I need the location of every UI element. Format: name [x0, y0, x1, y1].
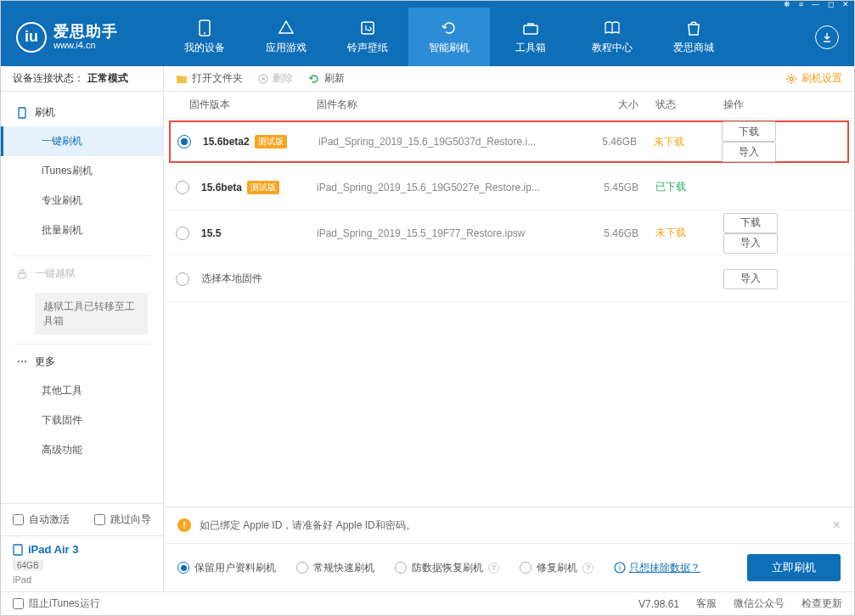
open-folder-button[interactable]: 打开文件夹 [176, 71, 243, 86]
flash-option[interactable]: 修复刷机? [520, 561, 593, 575]
folder-icon [176, 74, 188, 84]
import-button[interactable]: 导入 [723, 233, 778, 254]
firmware-name: iPad_Spring_2019_15.6_19G5027e_Restore.i… [317, 182, 571, 193]
svg-rect-3 [524, 25, 537, 34]
radio-button[interactable] [176, 272, 189, 286]
sidebar-item-download[interactable]: 下载固件 [1, 406, 163, 435]
firmware-row[interactable]: 15.5 iPad_Spring_2019_15.5_19F77_Restore… [164, 210, 854, 256]
firmware-name: iPad_Spring_2019_15.6_19G5037d_Restore.i… [318, 136, 569, 148]
phone-icon [195, 19, 214, 37]
status-badge: 未下载 [655, 227, 686, 238]
sidebar-flash-header[interactable]: 刷机 [1, 98, 163, 126]
svg-rect-9 [14, 545, 22, 555]
radio-button[interactable] [177, 135, 191, 148]
refresh-icon [308, 73, 320, 85]
help-icon[interactable]: ? [582, 563, 593, 574]
flash-settings-button[interactable]: 刷机设置 [785, 71, 842, 86]
radio-icon [296, 562, 308, 574]
refresh-button[interactable]: 刷新 [308, 71, 345, 86]
erase-link[interactable]: 只想抹除数据？ [629, 561, 700, 575]
sidebar-item-itunes[interactable]: iTunes刷机 [1, 156, 163, 186]
firmware-size: 5.45GB [571, 182, 638, 193]
sidebar-item-oneclick[interactable]: 一键刷机 [1, 126, 163, 156]
sidebar-more-header[interactable]: 更多 [1, 348, 163, 376]
radio-button[interactable] [176, 181, 189, 194]
sidebar-jailbreak-header: 一键越狱 [1, 260, 163, 288]
close-icon[interactable]: ✕ [842, 0, 849, 8]
radio-icon [177, 562, 189, 574]
warning-icon: ! [177, 518, 191, 532]
nav-store[interactable]: 爱思商城 [653, 8, 734, 66]
import-button[interactable]: 导入 [722, 142, 776, 162]
help-icon[interactable]: ? [488, 563, 499, 574]
beta-tag: 测试版 [247, 181, 279, 194]
toolbox-icon [521, 19, 540, 37]
refresh-icon [440, 19, 458, 37]
delete-icon [258, 74, 268, 84]
wechat-link[interactable]: 微信公众号 [734, 596, 785, 611]
radio-icon [395, 562, 407, 574]
svg-text:i: i [619, 563, 621, 572]
nav-my-device[interactable]: 我的设备 [164, 8, 245, 66]
delete-button[interactable]: 删除 [258, 71, 293, 86]
more-icon [16, 356, 28, 367]
flash-options-row: 保留用户资料刷机常规快速刷机防数据恢复刷机?修复刷机? i 只想抹除数据？ 立即… [164, 544, 854, 591]
close-warning-button[interactable]: × [833, 518, 841, 533]
import-button[interactable]: 导入 [723, 269, 778, 289]
firmware-list: 15.6beta2测试版 iPad_Spring_2019_15.6_19G50… [164, 119, 854, 302]
flash-option[interactable]: 常规快速刷机 [296, 561, 374, 575]
bag-icon [684, 19, 703, 37]
col-version: 固件版本 [189, 98, 317, 112]
check-update-link[interactable]: 检查更新 [802, 596, 842, 611]
logo-icon: iu [16, 22, 47, 53]
lock-icon [16, 268, 28, 280]
firmware-row[interactable]: 选择本地固件 导入 [164, 256, 854, 302]
auto-activate-checkbox[interactable] [13, 514, 24, 525]
sidebar-item-other[interactable]: 其他工具 [1, 376, 163, 406]
firmware-name: iPad_Spring_2019_15.5_19F77_Restore.ipsw [317, 227, 571, 239]
skip-guide-checkbox[interactable] [94, 514, 105, 525]
download-button[interactable] [815, 25, 839, 49]
flash-option[interactable]: 保留用户资料刷机 [177, 561, 276, 575]
col-status: 状态 [638, 98, 706, 112]
firmware-size: 5.46GB [569, 136, 637, 148]
svg-rect-2 [362, 22, 374, 34]
col-ops: 操作 [706, 98, 842, 112]
top-nav: 我的设备 应用游戏 铃声壁纸 智能刷机 工具箱 教程中心 爱思商城 [164, 8, 815, 66]
svg-rect-4 [19, 108, 25, 118]
sidebar: 设备连接状态： 正常模式 刷机 一键刷机 iTunes刷机 专业刷机 批量刷机 … [1, 66, 164, 591]
footer: 阻止iTunes运行 V7.98.61 客服 微信公众号 检查更新 [1, 591, 854, 615]
flash-now-button[interactable]: 立即刷机 [747, 554, 841, 581]
flash-option[interactable]: 防数据恢复刷机? [395, 561, 499, 575]
logo: iu 爱思助手 www.i4.cn [1, 22, 164, 53]
svg-point-1 [204, 32, 205, 34]
nav-apps[interactable]: 应用游戏 [245, 8, 327, 66]
svg-point-11 [790, 77, 793, 81]
maximize-icon[interactable]: ◻ [828, 0, 834, 8]
version-label: V7.98.61 [638, 598, 679, 610]
radio-button[interactable] [176, 227, 189, 240]
sidebar-item-batch[interactable]: 批量刷机 [1, 216, 163, 245]
device-type: iPad [13, 574, 151, 585]
firmware-row[interactable]: 15.6beta2测试版 iPad_Spring_2019_15.6_19G50… [169, 120, 849, 163]
bottom-panel: ! 如已绑定 Apple ID，请准备好 Apple ID和密码。 × 保留用户… [164, 507, 854, 591]
storage-badge: 64GB [13, 560, 43, 571]
download-button[interactable]: 下载 [723, 213, 778, 233]
local-firmware-label: 选择本地固件 [189, 272, 706, 286]
support-link[interactable]: 客服 [696, 596, 717, 611]
media-icon [358, 19, 377, 37]
warning-row: ! 如已绑定 Apple ID，请准备好 Apple ID和密码。 × [164, 507, 854, 544]
firmware-row[interactable]: 15.6beta测试版 iPad_Spring_2019_15.6_19G502… [164, 165, 854, 210]
sidebar-item-advanced[interactable]: 高级功能 [1, 435, 163, 465]
status-badge: 已下载 [655, 181, 686, 193]
firmware-size: 5.46GB [571, 227, 638, 239]
sidebar-item-pro[interactable]: 专业刷机 [1, 186, 163, 216]
nav-media[interactable]: 铃声壁纸 [327, 8, 408, 66]
connection-status: 设备连接状态： 正常模式 [1, 66, 163, 92]
nav-tools[interactable]: 工具箱 [490, 8, 571, 66]
block-itunes-checkbox[interactable] [13, 598, 24, 609]
nav-tutorials[interactable]: 教程中心 [571, 8, 653, 66]
book-icon [603, 19, 622, 37]
nav-flash[interactable]: 智能刷机 [408, 8, 490, 66]
download-button[interactable]: 下载 [722, 121, 776, 142]
